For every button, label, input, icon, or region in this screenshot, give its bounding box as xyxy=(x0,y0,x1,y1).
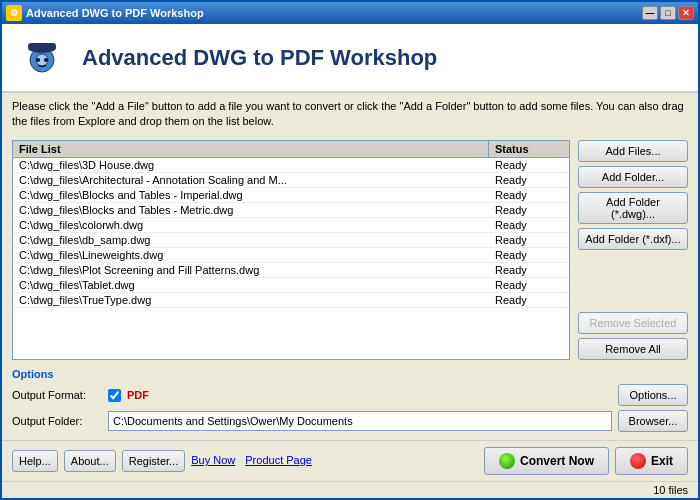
file-name: C:\dwg_files\Lineweights.dwg xyxy=(13,248,489,262)
file-name: C:\dwg_files\Blocks and Tables - Imperia… xyxy=(13,188,489,202)
title-controls: — □ ✕ xyxy=(642,6,694,20)
bottom-middle: Buy Now Product Page xyxy=(191,454,478,468)
file-status: Ready xyxy=(489,293,569,307)
description-text: Please click the "Add a File" button to … xyxy=(12,100,684,127)
minimize-button[interactable]: — xyxy=(642,6,658,20)
file-name: C:\dwg_files\TrueType.dwg xyxy=(13,293,489,307)
file-name: C:\dwg_files\db_samp.dwg xyxy=(13,233,489,247)
output-format-checkbox[interactable] xyxy=(108,389,121,402)
table-row[interactable]: C:\dwg_files\Blocks and Tables - Imperia… xyxy=(13,188,569,203)
file-count: 10 files xyxy=(653,484,688,496)
header-title: Advanced DWG to PDF Workshop xyxy=(82,45,437,71)
file-status: Ready xyxy=(489,173,569,187)
table-row[interactable]: C:\dwg_files\db_samp.dwgReady xyxy=(13,233,569,248)
app-icon: ⚙ xyxy=(6,5,22,21)
file-status: Ready xyxy=(489,188,569,202)
description-area: Please click the "Add a File" button to … xyxy=(2,93,698,136)
options-button[interactable]: Options... xyxy=(618,384,688,406)
bottom-right-buttons: Convert Now Exit xyxy=(484,447,688,475)
file-name: C:\dwg_files\Blocks and Tables - Metric.… xyxy=(13,203,489,217)
status-bar: 10 files xyxy=(2,481,698,498)
file-status: Ready xyxy=(489,248,569,262)
app-logo xyxy=(12,30,72,85)
close-button[interactable]: ✕ xyxy=(678,6,694,20)
table-row[interactable]: C:\dwg_files\colorwh.dwgReady xyxy=(13,218,569,233)
file-status: Ready xyxy=(489,218,569,232)
convert-icon xyxy=(499,453,515,469)
output-format-row: Output Format: PDF Options... xyxy=(12,384,688,406)
file-name: C:\dwg_files\3D House.dwg xyxy=(13,158,489,172)
file-name: C:\dwg_files\Tablet.dwg xyxy=(13,278,489,292)
remove-all-button[interactable]: Remove All xyxy=(578,338,688,360)
table-row[interactable]: C:\dwg_files\Tablet.dwgReady xyxy=(13,278,569,293)
about-button[interactable]: About... xyxy=(64,450,116,472)
bottom-left-buttons: Help... About... Register... xyxy=(12,450,185,472)
product-page-link[interactable]: Product Page xyxy=(245,454,312,466)
convert-now-label: Convert Now xyxy=(520,454,594,468)
help-button[interactable]: Help... xyxy=(12,450,58,472)
svg-point-4 xyxy=(36,58,40,62)
bottom-bar: Help... About... Register... Buy Now Pro… xyxy=(2,440,698,481)
table-row[interactable]: C:\dwg_files\Blocks and Tables - Metric.… xyxy=(13,203,569,218)
main-area: File List Status C:\dwg_files\3D House.d… xyxy=(2,136,698,364)
table-row[interactable]: C:\dwg_files\Architectural - Annotation … xyxy=(13,173,569,188)
table-row[interactable]: C:\dwg_files\Plot Screening and Fill Pat… xyxy=(13,263,569,278)
exit-icon xyxy=(630,453,646,469)
right-buttons: Add Files... Add Folder... Add Folder (*… xyxy=(578,140,688,360)
options-section: Options Output Format: PDF Options... Ou… xyxy=(2,364,698,440)
add-files-button[interactable]: Add Files... xyxy=(578,140,688,162)
file-name: C:\dwg_files\Plot Screening and Fill Pat… xyxy=(13,263,489,277)
add-folder-dxf-button[interactable]: Add Folder (*.dxf)... xyxy=(578,228,688,250)
title-bar: ⚙ Advanced DWG to PDF Workshop — □ ✕ xyxy=(2,2,698,24)
file-status: Ready xyxy=(489,158,569,172)
output-folder-value: C:\Documents and Settings\Ower\My Docume… xyxy=(113,415,353,427)
exit-label: Exit xyxy=(651,454,673,468)
register-button[interactable]: Register... xyxy=(122,450,186,472)
convert-now-button[interactable]: Convert Now xyxy=(484,447,609,475)
output-folder-label: Output Folder: xyxy=(12,415,102,427)
exit-button[interactable]: Exit xyxy=(615,447,688,475)
svg-rect-3 xyxy=(28,43,56,49)
table-row[interactable]: C:\dwg_files\3D House.dwgReady xyxy=(13,158,569,173)
file-status: Ready xyxy=(489,263,569,277)
file-list-header: File List Status xyxy=(13,141,569,158)
file-name: C:\dwg_files\colorwh.dwg xyxy=(13,218,489,232)
file-list-body[interactable]: C:\dwg_files\3D House.dwgReadyC:\dwg_fil… xyxy=(13,158,569,359)
remove-selected-button[interactable]: Remove Selected xyxy=(578,312,688,334)
file-name: C:\dwg_files\Architectural - Annotation … xyxy=(13,173,489,187)
title-bar-left: ⚙ Advanced DWG to PDF Workshop xyxy=(6,5,204,21)
browser-button[interactable]: Browser... xyxy=(618,410,688,432)
table-row[interactable]: C:\dwg_files\TrueType.dwgReady xyxy=(13,293,569,308)
output-format-label: Output Format: xyxy=(12,389,102,401)
table-row[interactable]: C:\dwg_files\Lineweights.dwgReady xyxy=(13,248,569,263)
output-format-value: PDF xyxy=(127,389,149,401)
add-folder-dwg-button[interactable]: Add Folder (*.dwg)... xyxy=(578,192,688,224)
file-status: Ready xyxy=(489,233,569,247)
add-folder-button[interactable]: Add Folder... xyxy=(578,166,688,188)
output-folder-field: C:\Documents and Settings\Ower\My Docume… xyxy=(108,411,612,431)
options-label: Options xyxy=(12,368,688,380)
header-area: Advanced DWG to PDF Workshop xyxy=(2,24,698,93)
file-status: Ready xyxy=(489,278,569,292)
maximize-button[interactable]: □ xyxy=(660,6,676,20)
file-status: Ready xyxy=(489,203,569,217)
output-folder-row: Output Folder: C:\Documents and Settings… xyxy=(12,410,688,432)
col-header-name: File List xyxy=(13,141,489,157)
buy-now-link[interactable]: Buy Now xyxy=(191,454,235,466)
main-window: ⚙ Advanced DWG to PDF Workshop — □ ✕ xyxy=(0,0,700,500)
window-title: Advanced DWG to PDF Workshop xyxy=(26,7,204,19)
col-header-status: Status xyxy=(489,141,569,157)
file-list-container: File List Status C:\dwg_files\3D House.d… xyxy=(12,140,570,360)
svg-point-5 xyxy=(44,58,48,62)
link-bar: Buy Now Product Page xyxy=(191,454,478,468)
